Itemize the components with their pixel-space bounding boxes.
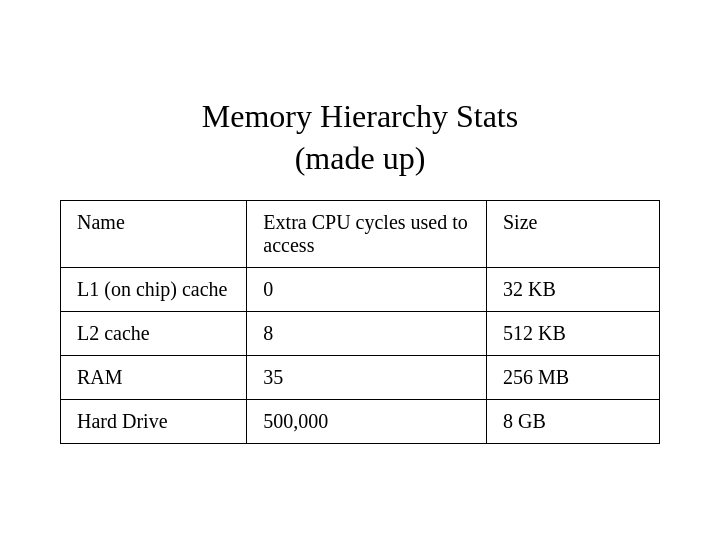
table-row: RAM 35 256 MB [61, 355, 660, 399]
row-hd-name: Hard Drive [61, 399, 247, 443]
row-ram-size: 256 MB [486, 355, 659, 399]
row-hd-cycles: 500,000 [247, 399, 487, 443]
title-line1: Memory Hierarchy Stats [202, 98, 518, 134]
row-l2-size: 512 KB [486, 311, 659, 355]
row-l1-cycles: 0 [247, 267, 487, 311]
memory-table: Name Extra CPU cycles used to access Siz… [60, 200, 660, 444]
header-size: Size [486, 200, 659, 267]
row-l1-name: L1 (on chip) cache [61, 267, 247, 311]
header-cycles: Extra CPU cycles used to access [247, 200, 487, 267]
row-l2-cycles: 8 [247, 311, 487, 355]
row-l1-size: 32 KB [486, 267, 659, 311]
row-l2-name: L2 cache [61, 311, 247, 355]
table-row: L2 cache 8 512 KB [61, 311, 660, 355]
table-row: L1 (on chip) cache 0 32 KB [61, 267, 660, 311]
title-line2: (made up) [295, 140, 426, 176]
page-title: Memory Hierarchy Stats (made up) [202, 96, 518, 179]
row-hd-size: 8 GB [486, 399, 659, 443]
table-row: Hard Drive 500,000 8 GB [61, 399, 660, 443]
row-ram-cycles: 35 [247, 355, 487, 399]
page-container: Memory Hierarchy Stats (made up) Name Ex… [0, 0, 720, 540]
header-name: Name [61, 200, 247, 267]
table-header-row: Name Extra CPU cycles used to access Siz… [61, 200, 660, 267]
row-ram-name: RAM [61, 355, 247, 399]
